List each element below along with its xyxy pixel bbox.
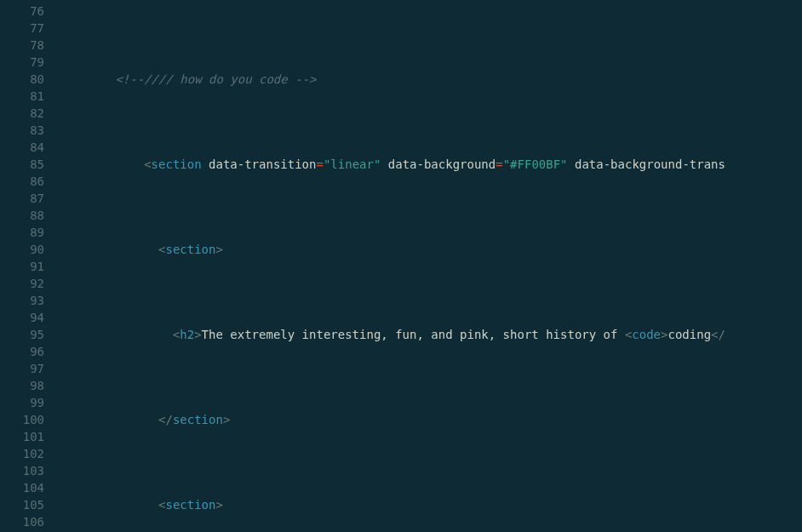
line-number-gutter: 7677787980818283848586878889909192939495… [0,0,53,532]
code-line[interactable]: <section> [58,241,802,258]
line-number: 80 [0,71,44,88]
code-line[interactable]: <!--//// how do you code --> [58,71,802,88]
line-number: 106 [0,513,44,530]
line-number: 89 [0,224,44,241]
line-number: 77 [0,20,44,37]
line-number: 86 [0,173,44,190]
line-number: 84 [0,139,44,156]
line-number: 96 [0,343,44,360]
line-number: 91 [0,258,44,275]
code-line[interactable]: <section data-transition="linear" data-b… [58,156,802,173]
line-number: 103 [0,462,44,479]
line-number: 82 [0,105,44,122]
line-number: 93 [0,292,44,309]
line-number: 88 [0,207,44,224]
line-number: 87 [0,190,44,207]
line-number: 78 [0,37,44,54]
code-line[interactable]: <section> [58,496,802,513]
code-editor[interactable]: 7677787980818283848586878889909192939495… [0,0,802,532]
line-number: 79 [0,54,44,71]
code-area[interactable]: <!--//// how do you code --> <section da… [53,0,802,532]
line-number: 105 [0,496,44,513]
code-line[interactable]: <h2>The extremely interesting, fun, and … [58,326,802,343]
line-number: 104 [0,479,44,496]
line-number: 101 [0,428,44,445]
line-number: 102 [0,445,44,462]
line-number: 76 [0,3,44,20]
line-number: 98 [0,377,44,394]
line-number: 92 [0,275,44,292]
line-number: 97 [0,360,44,377]
code-line[interactable]: </section> [58,411,802,428]
line-number: 90 [0,241,44,258]
line-number: 81 [0,88,44,105]
line-number: 85 [0,156,44,173]
line-number: 100 [0,411,44,428]
line-number: 95 [0,326,44,343]
line-number: 83 [0,122,44,139]
line-number: 94 [0,309,44,326]
line-number: 99 [0,394,44,411]
